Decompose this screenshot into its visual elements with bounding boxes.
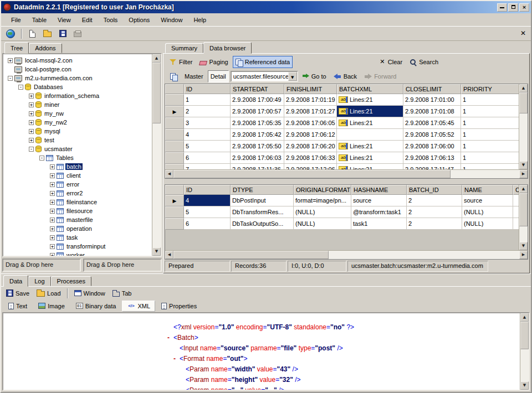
tree-expander[interactable]: + [50,209,55,214]
menu-options[interactable]: Options [123,14,155,25]
filter-button[interactable]: Filter [167,56,195,68]
cell[interactable]: 2.9.2008 17:11:36 [231,164,284,169]
cell[interactable]: DbTransformRes... [231,206,294,218]
clear-button[interactable]: ✕Clear [376,56,405,68]
tree-item-fileinstance[interactable]: +fileinstance [3,198,152,206]
open-button[interactable] [40,28,54,40]
menu-help[interactable]: Help [188,14,212,25]
detail-grid-vscrollbar[interactable]: ▲ ▼ [519,185,528,250]
tree-item-masterfile[interactable]: +masterfile [3,215,152,224]
tree-expander[interactable]: + [50,253,55,256]
tree-item-label[interactable]: mysql [43,128,62,135]
cell[interactable]: 2.9.2008 17:06:13 [403,152,461,164]
tree-expander[interactable]: + [29,94,34,99]
cell[interactable]: 2.9.2008 17:05:50 [231,141,284,152]
cell[interactable]: 1 [461,129,519,141]
scroll-thumb[interactable] [173,251,329,259]
cell[interactable]: 1 [461,164,519,169]
detail-table-combo[interactable]: ucsmaster.filesource ▼ [231,71,298,82]
cell[interactable]: (NULL) [462,218,513,230]
cell[interactable]: 2 [407,206,462,218]
subtab-xml[interactable]: </>XML [122,301,155,312]
master-grid-vscrollbar[interactable]: ▲ ▼ [519,84,528,169]
tree-item-label[interactable]: transforminput [65,243,106,250]
tree-item-test[interactable]: +test [3,136,152,144]
cell[interactable]: 1 [461,152,519,164]
tree-expander[interactable]: - [18,85,23,90]
tree-expander[interactable]: + [50,191,55,196]
cell[interactable]: 2 [407,195,462,206]
cell[interactable]: 2.9.2008 17:01:27 [284,106,337,117]
tree-item-local-postgre.con[interactable]: +local-postgre.con [3,65,152,74]
column-header-CLOSELIMIT[interactable]: CLOSELIMIT [403,84,461,94]
connect-button[interactable] [3,28,18,40]
tree-item-my_nw2[interactable]: +my_nw2 [3,118,152,127]
cell[interactable]: 2 [184,106,231,117]
tree-expander[interactable]: - [29,147,34,152]
menu-edit[interactable]: Edit [76,14,98,25]
cell[interactable]: 2.9.2008 17:05:52 [403,129,461,141]
tree-item-label[interactable]: m2.u-turnmedia.com.con [24,75,94,81]
app-icon[interactable] [3,3,11,11]
tree-expander[interactable]: + [29,138,34,143]
cell[interactable]: abLines:21 [337,106,403,117]
cell[interactable]: (NULL) [294,206,351,218]
scroll-track[interactable] [173,170,519,178]
tree-expander[interactable]: - [8,76,13,81]
tree-item-label[interactable]: fileinstance [65,199,98,205]
tab-data[interactable]: Data [3,275,28,287]
column-header-ID[interactable]: ID [184,84,231,94]
tree-item-error[interactable]: +error [3,180,152,189]
cell[interactable]: 2.9.2008 17:06:00 [403,141,461,152]
tree-expander[interactable]: + [50,235,55,240]
cell[interactable]: 2.9.2008 17:01:08 [403,106,461,117]
tab-addons[interactable]: Addons [29,43,62,53]
tree-expander[interactable]: + [50,244,55,249]
scroll-left-button[interactable]: ◀ [165,251,173,259]
row-selector[interactable] [165,141,184,152]
tree-item-local-mssql-2.con[interactable]: +local-mssql-2.con [3,56,152,65]
tree-item-worker[interactable]: +worker [3,251,152,256]
tab-tree[interactable]: Tree [4,42,29,54]
column-header-ID[interactable]: ID [184,185,231,195]
column-header-NAME[interactable]: NAME [462,185,513,195]
tree-item-ucsmaster[interactable]: -ucsmaster [3,144,152,153]
tree-item-batch[interactable]: +batch [3,162,152,171]
close-button[interactable]: × [519,3,529,12]
tree-item-label[interactable]: my_nw2 [43,119,68,126]
toolbar-close-button[interactable]: ✕ [518,29,529,39]
master-button[interactable]: Master [182,70,206,82]
tree-item-label[interactable]: error2 [65,190,84,196]
cell[interactable]: 4 [184,195,231,206]
forward-button[interactable]: Forward [361,70,399,82]
tree-item-label[interactable]: Tables [55,154,75,161]
tree-expander[interactable]: + [50,164,55,169]
cell[interactable]: 2.9.2008 17:05:42 [231,129,284,141]
cell[interactable]: 2.9.2008 17:05:45 [403,117,461,129]
cell[interactable]: 1 [184,94,231,106]
column-header-PRIORITY[interactable]: PRIORITY [461,84,519,94]
tree-item-label[interactable]: ucsmaster [43,146,74,152]
tree-item-filesource[interactable]: +filesource [3,206,152,215]
scroll-down-button[interactable]: ▼ [519,242,528,250]
scroll-right-button[interactable]: ▶ [519,251,528,259]
cell[interactable]: 2.9.2008 17:06:05 [284,117,337,129]
tree-item-label[interactable]: masterfile [65,216,94,223]
cell[interactable]: 1 [461,106,519,117]
tree-item-label[interactable]: client [65,172,82,179]
tree-expander[interactable]: + [50,218,55,223]
copy-grid-button[interactable] [167,70,180,82]
tree-expander[interactable]: + [29,120,34,125]
scroll-thumb[interactable] [519,92,528,113]
menu-tools[interactable]: Tools [98,14,124,25]
tab-log[interactable]: Log [28,276,50,286]
tree-item-error2[interactable]: +error2 [3,189,152,198]
row-selector[interactable] [165,164,184,169]
tree-item-task[interactable]: +task [3,233,152,242]
tab-data-browser[interactable]: Data browser [203,42,252,54]
cell[interactable]: source [351,195,407,206]
cell[interactable]: abLines:21 [337,141,403,152]
tree-expander[interactable]: + [50,200,55,205]
save-button[interactable] [56,28,69,40]
scroll-track[interactable] [520,322,529,381]
